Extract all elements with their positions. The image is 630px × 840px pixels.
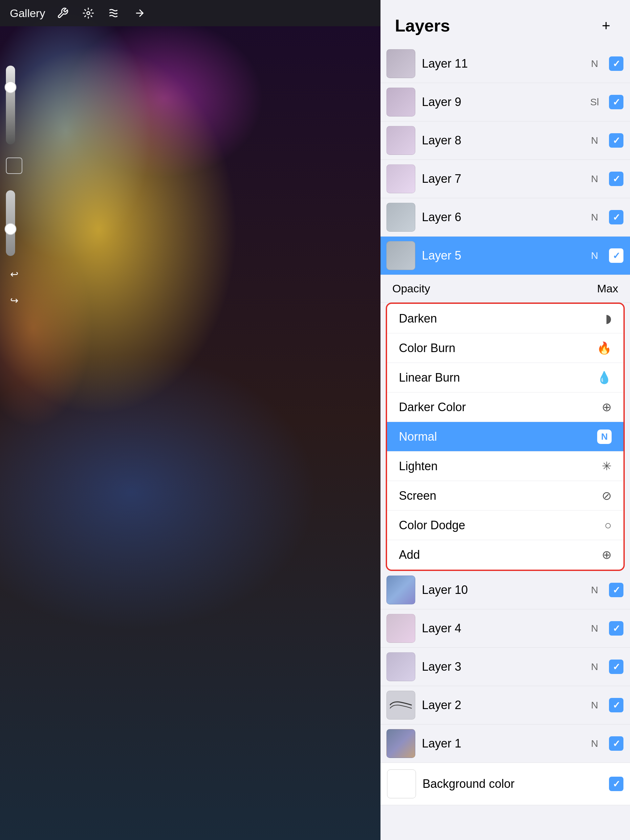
layer-mode: N: [588, 58, 601, 69]
opacity-thumb[interactable]: [5, 223, 16, 235]
blend-name: Linear Burn: [399, 371, 460, 385]
opacity-slider[interactable]: [6, 190, 15, 256]
blend-name: Normal: [399, 430, 437, 444]
layer-name: Layer 11: [415, 57, 588, 71]
add-icon: ⊕: [602, 548, 612, 562]
layer-thumbnail: [386, 691, 415, 720]
layer-visibility-checkbox[interactable]: [609, 95, 624, 109]
layer-name: Layer 2: [415, 698, 588, 712]
layer-row[interactable]: Layer 7 N: [380, 160, 630, 198]
blend-mode-color-dodge[interactable]: Color Dodge ○: [387, 510, 624, 540]
layers-panel: Layers + Layer 11 N Layer 9 Sl Layer 8 N…: [380, 0, 630, 840]
layer-visibility-checkbox[interactable]: [609, 248, 624, 263]
arrow-icon[interactable]: [131, 5, 148, 21]
layer-mode: N: [588, 584, 601, 595]
blend-name: Lighten: [399, 459, 438, 473]
brush-size-thumb[interactable]: [5, 81, 16, 93]
background-visibility-checkbox[interactable]: [609, 777, 624, 791]
opacity-label: Opacity: [392, 282, 430, 295]
layer-name: Layer 9: [415, 95, 588, 109]
layer-thumbnail: [386, 652, 415, 681]
svg-point-0: [87, 12, 90, 15]
linear-burn-icon: 💧: [597, 371, 612, 385]
layer-mode: N: [588, 738, 601, 749]
normal-badge: N: [597, 429, 612, 444]
smudge-icon[interactable]: [106, 5, 122, 21]
blend-name: Color Burn: [399, 341, 455, 355]
layer-name: Layer 8: [415, 134, 588, 147]
layer-visibility-checkbox[interactable]: [609, 621, 624, 636]
blend-mode-linear-burn[interactable]: Linear Burn 💧: [387, 363, 624, 392]
lighten-icon: ✳: [602, 459, 612, 473]
layer-row[interactable]: Layer 4 N: [380, 609, 630, 648]
gallery-button[interactable]: Gallery: [10, 7, 45, 20]
painting-background: [0, 0, 384, 840]
layer-name: Layer 5: [415, 249, 588, 262]
layer-mode: N: [588, 250, 601, 261]
layer-mode: Sl: [588, 96, 601, 107]
layers-header: Layers +: [380, 0, 630, 45]
blend-mode-darker-color[interactable]: Darker Color ⊕: [387, 392, 624, 422]
active-layer-row[interactable]: Layer 5 N: [380, 237, 630, 275]
canvas-area[interactable]: [0, 0, 384, 840]
blend-name: Add: [399, 548, 420, 562]
blend-mode-add[interactable]: Add ⊕: [387, 540, 624, 570]
color-dodge-icon: ○: [605, 518, 612, 532]
layer-name: Layer 7: [415, 172, 588, 186]
layer-row[interactable]: Layer 6 N: [380, 198, 630, 237]
layer-name: Layer 4: [415, 622, 588, 635]
layers-title: Layers: [395, 16, 450, 35]
layer-visibility-checkbox[interactable]: [609, 583, 624, 597]
layer-thumbnail: [386, 729, 415, 758]
layer-thumbnail: [386, 88, 415, 117]
blend-name: Darker Color: [399, 400, 466, 414]
layer-thumbnail: [386, 49, 415, 78]
screen-icon: ⊘: [602, 489, 612, 503]
layer-row[interactable]: Layer 1 N: [380, 725, 630, 763]
blend-mode-darken[interactable]: Darken ◗: [387, 304, 624, 333]
opacity-row: Opacity Max: [380, 275, 630, 303]
undo-button[interactable]: ↩: [6, 266, 22, 282]
layer-visibility-checkbox[interactable]: [609, 172, 624, 186]
layer-row[interactable]: Layer 10 N: [380, 571, 630, 609]
wrench-icon[interactable]: [54, 5, 71, 21]
brush-settings-icon[interactable]: [80, 5, 97, 21]
layer-mode: N: [588, 135, 601, 146]
brush-size-slider[interactable]: [6, 66, 15, 144]
layer-row[interactable]: Layer 8 N: [380, 122, 630, 160]
background-color-row[interactable]: Background color: [380, 763, 630, 805]
layer-thumbnail: [386, 614, 415, 643]
color-square-button[interactable]: [6, 158, 22, 174]
left-controls: ↩ ↪: [6, 66, 22, 308]
blend-mode-screen[interactable]: Screen ⊘: [387, 481, 624, 510]
layer-mode: N: [588, 661, 601, 672]
layer-visibility-checkbox[interactable]: [609, 698, 624, 712]
blend-mode-color-burn[interactable]: Color Burn 🔥: [387, 333, 624, 363]
layer-row[interactable]: Layer 9 Sl: [380, 83, 630, 122]
layer-mode: N: [588, 173, 601, 185]
blend-name: Darken: [399, 312, 437, 325]
add-layer-button[interactable]: +: [597, 16, 616, 35]
darken-icon: ◗: [605, 312, 612, 325]
blend-mode-dropdown: Darken ◗ Color Burn 🔥 Linear Burn 💧 Dark…: [386, 303, 625, 571]
layer-visibility-checkbox[interactable]: [609, 736, 624, 751]
layer-row[interactable]: Layer 2 N: [380, 686, 630, 725]
layer-row[interactable]: Layer 11 N: [380, 45, 630, 83]
blend-mode-lighten[interactable]: Lighten ✳: [387, 452, 624, 481]
darker-color-icon: ⊕: [602, 400, 612, 414]
blend-mode-normal[interactable]: Normal N: [387, 422, 624, 452]
layer-thumbnail: [386, 126, 415, 155]
layer-visibility-checkbox[interactable]: [609, 210, 624, 224]
layer-visibility-checkbox[interactable]: [609, 57, 624, 71]
layer-visibility-checkbox[interactable]: [609, 133, 624, 148]
background-color-thumbnail: [387, 769, 416, 798]
layer-row[interactable]: Layer 3 N: [380, 648, 630, 686]
layer-thumbnail: [386, 203, 415, 232]
blend-name: Color Dodge: [399, 518, 465, 532]
opacity-value: Max: [597, 282, 618, 295]
blend-name: Screen: [399, 489, 436, 503]
layer-visibility-checkbox[interactable]: [609, 660, 624, 674]
layer-name: Layer 1: [415, 737, 588, 750]
redo-button[interactable]: ↪: [6, 292, 22, 308]
background-color-name: Background color: [416, 777, 609, 791]
